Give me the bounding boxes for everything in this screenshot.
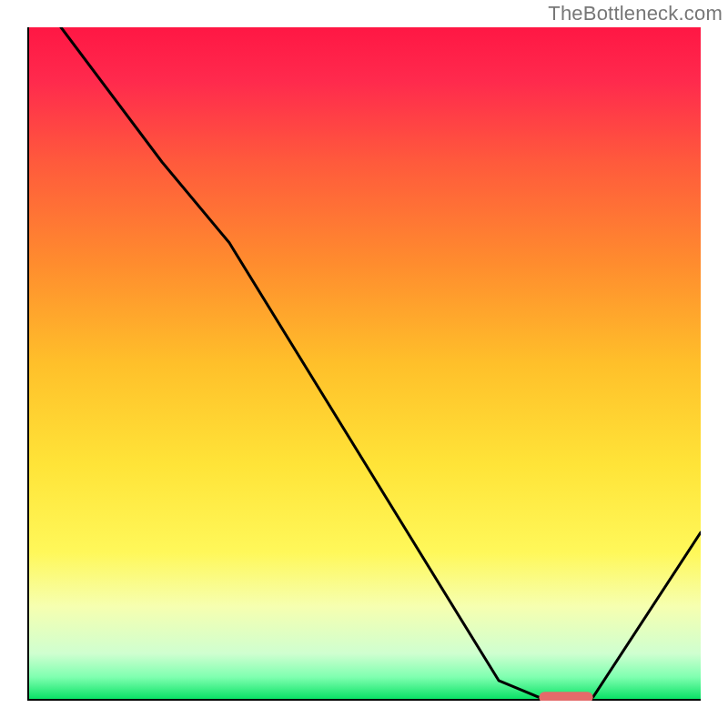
chart-svg xyxy=(27,27,701,701)
gradient-background xyxy=(27,27,701,701)
watermark-text: TheBottleneck.com xyxy=(548,2,723,25)
bottleneck-chart xyxy=(27,27,701,701)
optimal-range-marker xyxy=(539,692,592,701)
